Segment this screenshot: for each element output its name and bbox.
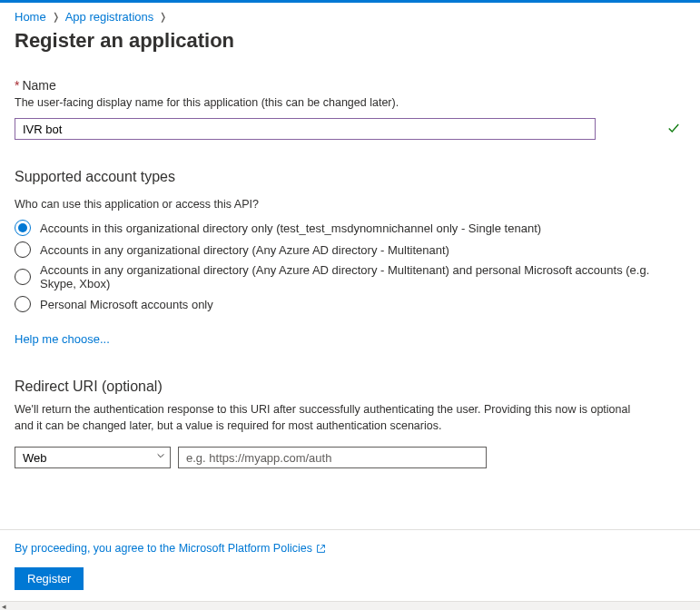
chevron-right-icon: ❭ <box>159 11 167 23</box>
required-star-icon: * <box>15 78 19 93</box>
account-type-option-single-tenant[interactable]: Accounts in this organizational director… <box>15 220 685 236</box>
account-type-option-multitenant[interactable]: Accounts in any organizational directory… <box>15 241 685 258</box>
scroll-left-arrow-icon: ◂ <box>2 602 6 610</box>
radio-label: Accounts in any organizational directory… <box>40 243 449 257</box>
radio-label: Personal Microsoft accounts only <box>40 298 213 311</box>
name-description: The user-facing display name for this ap… <box>15 96 685 109</box>
chevron-right-icon: ❭ <box>52 11 60 23</box>
radio-icon <box>15 241 31 258</box>
radio-icon <box>15 296 31 312</box>
breadcrumb-home[interactable]: Home <box>15 10 46 24</box>
horizontal-scrollbar[interactable]: ◂ <box>0 601 700 610</box>
platform-select-wrap: Web <box>15 447 171 468</box>
platform-select[interactable]: Web <box>15 447 171 468</box>
account-types-heading: Supported account types <box>15 169 685 185</box>
radio-label: Accounts in this organizational director… <box>40 221 541 235</box>
account-types-radiogroup: Accounts in this organizational director… <box>15 220 685 312</box>
name-input-wrap <box>15 118 685 140</box>
radio-icon <box>15 220 31 236</box>
checkmark-icon <box>667 122 680 137</box>
footer: By proceeding, you agree to the Microsof… <box>0 529 700 601</box>
help-me-choose-wrap: Help me choose... <box>15 332 685 346</box>
breadcrumb-app-registrations[interactable]: App registrations <box>65 10 154 24</box>
main-content: Home ❭ App registrations ❭ Register an a… <box>0 3 700 529</box>
name-label: Name <box>22 78 55 93</box>
radio-label: Accounts in any organizational directory… <box>40 263 685 290</box>
account-type-option-personal-only[interactable]: Personal Microsoft accounts only <box>15 296 685 312</box>
account-types-question: Who can use this application or access t… <box>15 198 685 211</box>
radio-icon <box>15 269 31 285</box>
page-title: Register an application <box>15 29 685 53</box>
redirect-uri-input[interactable] <box>178 447 487 468</box>
name-label-row: *Name <box>15 78 685 93</box>
redirect-row: Web <box>15 447 685 468</box>
account-type-option-multitenant-personal[interactable]: Accounts in any organizational directory… <box>15 263 685 290</box>
help-me-choose-link[interactable]: Help me choose... <box>15 332 110 346</box>
policy-link-text: By proceeding, you agree to the Microsof… <box>15 542 312 555</box>
redirect-description: We'll return the authentication response… <box>15 402 632 434</box>
platform-policies-link[interactable]: By proceeding, you agree to the Microsof… <box>15 542 326 555</box>
register-button[interactable]: Register <box>15 567 84 590</box>
breadcrumb: Home ❭ App registrations ❭ <box>15 10 685 24</box>
redirect-heading: Redirect URI (optional) <box>15 379 685 395</box>
name-input[interactable] <box>15 118 596 140</box>
external-link-icon <box>316 544 326 554</box>
